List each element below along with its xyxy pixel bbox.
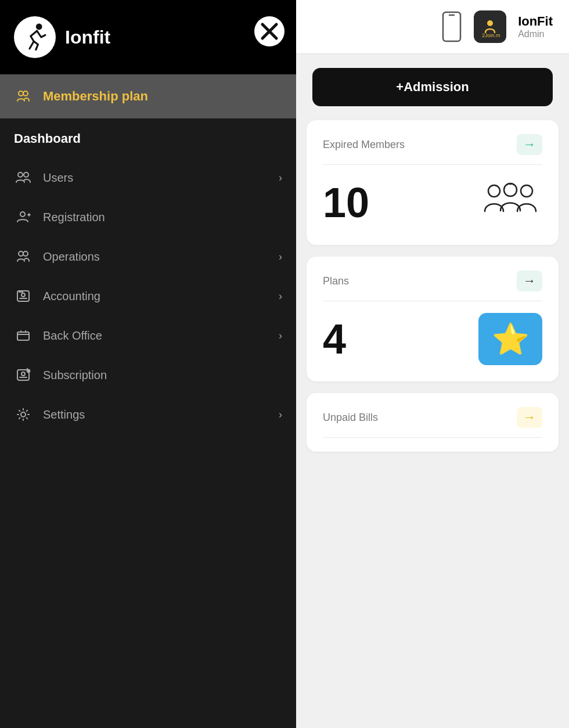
- operations-label: Operations: [43, 250, 268, 264]
- accounting-label: Accounting: [43, 290, 268, 303]
- app-logo-box: 2Join.me: [474, 10, 506, 43]
- sidebar-item-subscription[interactable]: Subscription: [0, 355, 296, 395]
- plans-header: Plans →: [323, 271, 542, 301]
- settings-label: Settings: [43, 408, 268, 421]
- users-label: Users: [43, 171, 268, 185]
- sidebar-header: Ionfit: [0, 0, 296, 74]
- svg-point-13: [23, 251, 28, 256]
- operations-chevron: ›: [279, 251, 282, 263]
- svg-rect-19: [17, 332, 29, 340]
- sidebar: Ionfit Membership plan Dashboard: [0, 0, 296, 728]
- admission-button[interactable]: +Admission: [312, 68, 553, 106]
- app-logo-icon: 2Join.me: [480, 16, 500, 37]
- svg-point-12: [19, 251, 23, 256]
- main-content: 2Join.me IonFit Admin +Admission Expired…: [296, 0, 569, 728]
- svg-point-33: [488, 185, 500, 197]
- star-icon: ⭐: [492, 322, 530, 357]
- app-title: Ionfit: [65, 27, 110, 48]
- svg-point-31: [487, 20, 493, 26]
- plans-body: 4 ⭐: [323, 313, 542, 365]
- svg-point-6: [23, 91, 28, 96]
- sidebar-item-registration[interactable]: Registration: [0, 197, 296, 237]
- svg-point-34: [504, 183, 517, 196]
- membership-icon: [14, 87, 33, 106]
- plans-arrow-button[interactable]: →: [517, 271, 542, 291]
- accounting-icon: [14, 287, 33, 305]
- svg-point-8: [24, 172, 28, 177]
- users-icon: [14, 168, 33, 187]
- plans-card: Plans → 4 ⭐: [307, 257, 559, 381]
- svg-point-27: [27, 369, 30, 373]
- operations-icon: [14, 247, 33, 266]
- user-info: IonFit Admin: [518, 14, 553, 39]
- expired-members-header: Expired Members →: [323, 134, 542, 165]
- registration-label: Registration: [43, 211, 282, 224]
- subscription-icon: [14, 366, 33, 384]
- plans-count: 4: [323, 318, 346, 360]
- sidebar-item-backoffice[interactable]: Back Office ›: [0, 316, 296, 355]
- accounting-chevron: ›: [279, 290, 282, 302]
- users-chevron: ›: [279, 172, 282, 184]
- expired-members-illustration: [478, 176, 542, 229]
- user-role: Admin: [518, 29, 544, 39]
- expired-members-arrow-button[interactable]: →: [517, 134, 542, 155]
- settings-icon: [14, 405, 33, 424]
- svg-rect-29: [443, 12, 460, 41]
- admission-area: +Admission: [296, 54, 569, 120]
- runner-icon: [19, 21, 51, 53]
- expired-members-card: Expired Members → 10: [307, 120, 559, 245]
- plans-arrow-icon: →: [523, 273, 536, 289]
- dashboard-section: Dashboard: [0, 118, 296, 152]
- svg-point-15: [21, 293, 25, 297]
- sidebar-item-accounting[interactable]: Accounting ›: [0, 276, 296, 316]
- svg-text:2Join.me: 2Join.me: [482, 33, 500, 37]
- svg-point-28: [21, 412, 26, 417]
- backoffice-label: Back Office: [43, 329, 268, 343]
- plans-title: Plans: [323, 275, 349, 287]
- unpaid-bills-header: Unpaid Bills →: [323, 407, 542, 438]
- subscription-label: Subscription: [43, 369, 282, 382]
- sidebar-item-operations[interactable]: Operations ›: [0, 237, 296, 276]
- svg-point-35: [521, 185, 532, 197]
- backoffice-icon: [14, 326, 33, 345]
- user-name: IonFit: [518, 14, 553, 29]
- top-bar: 2Join.me IonFit Admin: [296, 0, 569, 54]
- dashboard-label: Dashboard: [14, 131, 81, 146]
- expired-members-body: 10: [323, 176, 542, 229]
- sidebar-nav: Users › Registration: [0, 152, 296, 440]
- expired-members-count: 10: [323, 182, 369, 224]
- settings-chevron: ›: [279, 409, 282, 421]
- logo-circle: [14, 16, 56, 58]
- expired-members-arrow-icon: →: [523, 137, 536, 152]
- svg-point-7: [18, 172, 23, 177]
- unpaid-bills-card: Unpaid Bills →: [307, 393, 559, 452]
- expired-members-title: Expired Members: [323, 139, 405, 151]
- plans-illustration: ⭐: [478, 313, 542, 365]
- close-button[interactable]: [254, 16, 284, 46]
- unpaid-bills-title: Unpaid Bills: [323, 412, 378, 424]
- svg-point-0: [36, 24, 42, 30]
- unpaid-bills-arrow-button[interactable]: →: [517, 407, 542, 428]
- svg-point-5: [19, 91, 23, 96]
- svg-point-9: [20, 212, 25, 217]
- unpaid-bills-arrow-icon: →: [523, 410, 536, 425]
- svg-point-24: [21, 372, 25, 376]
- sidebar-item-membership[interactable]: Membership plan: [0, 74, 296, 118]
- backoffice-chevron: ›: [279, 330, 282, 342]
- phone-icon: [441, 10, 462, 43]
- logo-area: Ionfit: [14, 16, 110, 58]
- sidebar-item-settings[interactable]: Settings ›: [0, 395, 296, 434]
- registration-icon: [14, 208, 33, 226]
- sidebar-item-users[interactable]: Users ›: [0, 158, 296, 197]
- sidebar-membership-label: Membership plan: [43, 89, 148, 104]
